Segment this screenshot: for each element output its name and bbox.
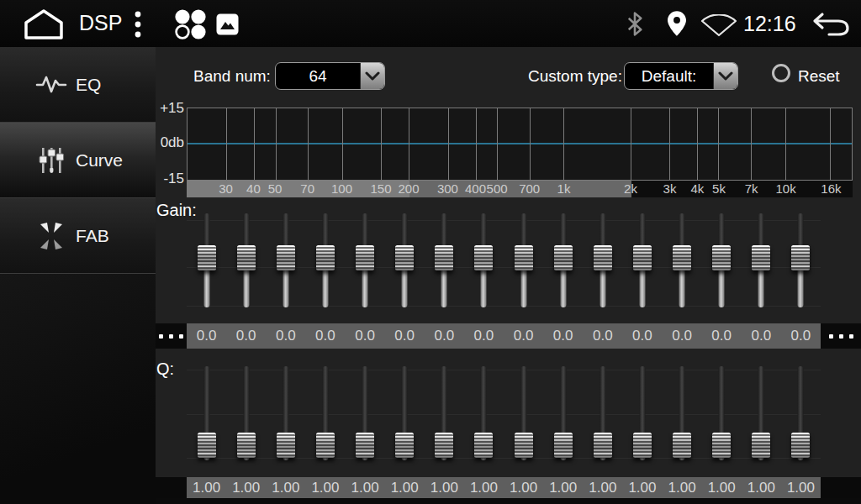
gain-slider-knob[interactable] — [554, 245, 573, 270]
q-slider-knob[interactable] — [594, 433, 612, 458]
custom-type-dropdown[interactable]: Default: — [624, 62, 738, 90]
sidebar-item-label: Curve — [76, 150, 123, 171]
main-panel: Band num: 64 Custom type: Default: Reset… — [156, 47, 861, 504]
q-slider[interactable] — [543, 366, 583, 460]
q-slider-knob[interactable] — [515, 433, 533, 458]
gain-slider[interactable] — [226, 213, 266, 307]
photo-icon[interactable] — [216, 13, 239, 35]
gain-slider[interactable] — [187, 213, 226, 307]
q-slider-knob[interactable] — [198, 433, 216, 458]
gain-slider-knob[interactable] — [515, 245, 533, 270]
q-slider-knob[interactable] — [712, 433, 731, 458]
gain-value: 0.0 — [425, 323, 464, 349]
back-arrow-icon[interactable] — [811, 12, 851, 36]
gain-slider[interactable] — [663, 213, 702, 307]
gain-slider[interactable] — [305, 213, 345, 307]
gain-slider[interactable] — [742, 213, 781, 307]
clover-apps-icon[interactable] — [172, 8, 208, 40]
freq-tick-label: 16k — [821, 181, 841, 197]
q-slider[interactable] — [425, 366, 464, 460]
grid-line — [476, 108, 477, 180]
gain-value: 0.0 — [702, 323, 742, 349]
q-slider-knob[interactable] — [356, 433, 374, 458]
q-slider[interactable] — [583, 366, 622, 460]
q-slider[interactable] — [742, 366, 781, 460]
q-slider-knob[interactable] — [277, 433, 295, 458]
gain-slider-knob[interactable] — [633, 245, 652, 270]
freq-tick-label: 300 — [437, 181, 458, 197]
freq-tick-label: 400 — [465, 181, 486, 197]
gain-slider[interactable] — [622, 213, 662, 307]
q-slider[interactable] — [187, 366, 226, 460]
q-slider[interactable] — [663, 366, 702, 460]
gain-slider-knob[interactable] — [356, 245, 374, 270]
q-slider[interactable] — [781, 366, 821, 460]
grid-line — [697, 108, 698, 180]
gain-slider[interactable] — [504, 213, 543, 307]
gain-slider[interactable] — [266, 213, 305, 307]
gain-slider-knob[interactable] — [435, 245, 453, 270]
freq-tick-label: 2k — [624, 181, 637, 197]
home-icon[interactable] — [23, 8, 65, 40]
grid-line — [785, 108, 786, 180]
q-slider[interactable] — [504, 366, 543, 460]
q-slider[interactable] — [385, 366, 425, 460]
gain-slider[interactable] — [425, 213, 464, 307]
q-slider-knob[interactable] — [554, 433, 573, 458]
q-slider[interactable] — [464, 366, 504, 460]
gain-slider[interactable] — [543, 213, 583, 307]
kebab-menu-icon[interactable] — [134, 11, 142, 38]
gain-slider-knob[interactable] — [237, 245, 256, 270]
q-slider[interactable] — [226, 366, 266, 460]
reset-radio-button[interactable] — [772, 64, 790, 82]
gain-slider-knob[interactable] — [712, 245, 731, 270]
slider-track-bottom — [243, 265, 249, 307]
q-slider-knob[interactable] — [435, 433, 453, 458]
gain-slider[interactable] — [346, 213, 385, 307]
custom-type-value: Default: — [625, 63, 713, 89]
grid-line — [226, 108, 227, 180]
q-slider-knob[interactable] — [395, 433, 414, 458]
q-slider[interactable] — [622, 366, 662, 460]
gain-slider-knob[interactable] — [277, 245, 295, 270]
gain-slider-knob[interactable] — [752, 245, 770, 270]
gain-slider[interactable] — [385, 213, 425, 307]
gain-scroll-left-button[interactable] — [156, 323, 187, 349]
gain-scroll-right-button[interactable] — [821, 323, 861, 349]
gain-slider-knob[interactable] — [395, 245, 414, 270]
gain-slider-knob[interactable] — [791, 245, 810, 270]
sidebar-item-fab[interactable]: FAB — [0, 198, 156, 274]
q-slider-knob[interactable] — [316, 433, 335, 458]
gain-slider[interactable] — [702, 213, 742, 307]
gain-slider[interactable] — [464, 213, 504, 307]
q-slider-knob[interactable] — [474, 433, 493, 458]
sidebar-item-curve[interactable]: Curve — [0, 123, 156, 198]
gain-slider[interactable] — [781, 213, 821, 307]
gain-values: 0.00.00.00.00.00.00.00.00.00.00.00.00.00… — [187, 323, 821, 349]
gain-slider-knob[interactable] — [316, 245, 335, 270]
q-slider[interactable] — [305, 366, 345, 460]
gain-slider-knob[interactable] — [474, 245, 493, 270]
q-slider-knob[interactable] — [633, 433, 652, 458]
band-num-dropdown[interactable]: 64 — [275, 62, 385, 90]
q-scroll-right-button[interactable] — [821, 477, 861, 498]
gain-slider-knob[interactable] — [673, 245, 691, 270]
grid-line — [631, 108, 631, 180]
q-slider-knob[interactable] — [791, 433, 810, 458]
slider-track-bottom — [719, 265, 725, 307]
sidebar-item-eq[interactable]: EQ — [0, 47, 156, 123]
gain-slider-knob[interactable] — [198, 245, 216, 270]
ellipsis-dots-icon — [159, 334, 163, 339]
grid-line — [530, 108, 531, 180]
q-slider[interactable] — [266, 366, 305, 460]
gain-value: 0.0 — [187, 323, 226, 349]
gain-slider[interactable] — [583, 213, 622, 307]
q-scroll-left-button[interactable] — [156, 477, 187, 498]
q-slider[interactable] — [346, 366, 385, 460]
sidebar: EQ Curve — [0, 47, 156, 504]
q-slider-knob[interactable] — [673, 433, 691, 458]
q-slider-knob[interactable] — [237, 433, 256, 458]
gain-slider-knob[interactable] — [594, 245, 612, 270]
q-slider-knob[interactable] — [752, 433, 770, 458]
q-slider[interactable] — [702, 366, 742, 460]
